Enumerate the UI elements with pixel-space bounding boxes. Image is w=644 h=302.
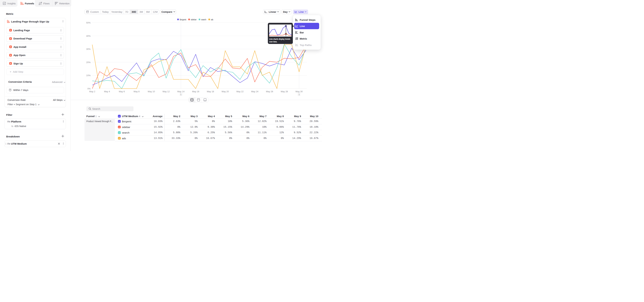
svg-text:May 6: May 6	[119, 90, 124, 93]
svg-text:May 20: May 20	[222, 90, 229, 93]
svg-text:May 8: May 8	[134, 90, 140, 93]
svg-text:May 30: May 30	[296, 90, 303, 93]
svg-text:May 28: May 28	[281, 90, 288, 93]
svg-text:May 16: May 16	[192, 90, 199, 93]
svg-text:1: 1	[180, 93, 182, 96]
svg-text:May 4: May 4	[104, 90, 110, 93]
svg-text:May 10: May 10	[148, 90, 155, 93]
svg-text:May 26: May 26	[266, 90, 273, 93]
svg-text:1: 1	[298, 93, 300, 96]
svg-text:0%: 0%	[88, 88, 90, 90]
svg-text:search: search	[201, 18, 206, 21]
svg-text:50%: 50%	[86, 22, 90, 24]
svg-text:ads: ads	[211, 18, 213, 21]
svg-text:30%: 30%	[86, 48, 90, 50]
svg-text:sidebar: sidebar	[191, 18, 196, 21]
svg-text:10%: 10%	[86, 74, 90, 77]
svg-text:20%: 20%	[86, 61, 90, 64]
svg-text:May 18: May 18	[207, 90, 214, 93]
svg-text:May 2: May 2	[89, 90, 95, 93]
svg-text:May 14: May 14	[177, 90, 184, 93]
svg-text:40%: 40%	[86, 35, 90, 37]
svg-text:$organic: $organic	[180, 18, 186, 21]
svg-text:May 24: May 24	[251, 90, 258, 93]
svg-text:May 22: May 22	[236, 90, 244, 93]
svg-text:May 12: May 12	[162, 90, 170, 93]
